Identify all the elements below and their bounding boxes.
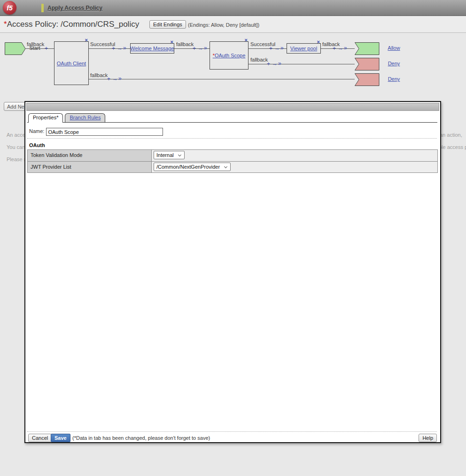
branch-label-fallback: fallback [27,41,44,47]
terminal-allow-shape [355,42,380,55]
name-input[interactable] [46,128,163,136]
connector-line [25,48,54,49]
table-row: JWT Provider List /Common/NextGenProvide… [28,161,437,172]
jwt-provider-list-label: JWT Provider List [28,162,151,172]
add-action-plus-icon[interactable]: + [333,45,336,52]
token-validation-mode-cell: Internal [151,150,437,161]
connector-line [249,64,355,64]
f5-logo-text: f5 [7,4,12,12]
dialog-tabs: Properties* Branch Rules [28,113,105,123]
branch-arrow-icon: →» [274,45,284,51]
terminal-allow[interactable]: Allow [355,42,380,55]
node-welcome-message[interactable]: × Welcome Message [130,43,174,54]
dialog-titlebar[interactable] [26,103,439,111]
oauth-scope-link[interactable]: *OAuth Scope [213,53,246,58]
help-button[interactable]: Help [419,434,437,442]
background-help-text: Please s [7,156,26,162]
add-action-plus-icon[interactable]: + [267,61,271,67]
page-title: *Access Policy: /Common/CRS_policy [4,20,139,29]
close-icon[interactable]: × [85,37,88,43]
section-separator [27,138,437,139]
background-help-text: ble access p [439,144,466,150]
add-action-plus-icon[interactable]: + [112,45,116,52]
name-row: Name: [29,128,163,136]
node-oauth-client[interactable]: × OAuth Client [54,41,89,85]
oauth-section-heading: OAuth [29,142,45,148]
edit-endings-button[interactable]: Edit Endings [149,20,186,29]
action-properties-dialog: Properties* Branch Rules Name: OAuth Tok… [24,101,441,443]
node-viewer-pool[interactable]: × Viewer pool [287,43,321,54]
name-label: Name: [29,128,44,134]
jwt-provider-list-select[interactable]: /Common/NextGenProvider [154,163,231,171]
table-row: Token Validation Mode Internal [28,150,437,161]
terminal-deny-shape [355,58,380,70]
add-action-plus-icon[interactable]: + [269,45,273,52]
viewer-pool-link[interactable]: Viewer pool [290,46,317,51]
branch-label-fallback: fallback [90,72,108,78]
accent-bar [41,4,44,12]
token-validation-mode-select[interactable]: Internal [154,151,185,159]
start-node-shape [5,42,26,55]
background-help-text: You can [7,144,25,150]
f5-logo-icon: f5 [3,1,16,15]
add-action-plus-icon[interactable]: + [107,76,111,82]
unsaved-changes-note: (*Data in tab has been changed, please d… [72,435,210,441]
background-help-text: an action, [440,132,462,138]
branch-arrow-icon: →» [198,45,208,51]
tab-branch-rules[interactable]: Branch Rules [65,113,105,122]
start-node: Start [5,42,26,55]
footer-separator [27,431,437,432]
oauth-client-link[interactable]: OAuth Client [57,61,86,66]
policy-header: *Access Policy: /Common/CRS_policy Edit … [0,16,466,33]
token-validation-mode-label: Token Validation Mode [28,150,151,161]
welcome-message-link[interactable]: Welcome Message [130,46,174,51]
properties-table: Token Validation Mode Internal JWT Provi… [27,149,438,173]
chevron-down-icon [224,164,227,168]
branch-label-fallback: fallback [176,41,194,47]
tab-properties[interactable]: Properties* [28,113,63,123]
terminal-deny-1[interactable]: Deny [355,58,380,70]
changed-asterisk: * [4,20,7,29]
terminal-deny-shape [355,73,380,86]
cancel-button[interactable]: Cancel [28,434,52,442]
endings-note: (Endings: Allow, Deny [default]) [188,22,259,28]
save-button[interactable]: Save [51,434,70,442]
add-action-plus-icon[interactable]: + [45,45,48,52]
branch-arrow-icon: →» [117,45,127,51]
deny-ending-link[interactable]: Deny [388,76,400,82]
branch-arrow-icon: →» [112,75,122,82]
add-action-plus-icon[interactable]: + [193,45,196,52]
branch-label-fallback: fallback [322,41,340,47]
jwt-provider-list-cell: /Common/NextGenProvider [151,162,437,172]
deny-ending-link[interactable]: Deny [388,61,400,66]
close-icon[interactable]: × [245,37,248,43]
close-icon[interactable]: × [171,39,173,45]
close-icon[interactable]: × [317,39,320,45]
node-oauth-scope[interactable]: × *OAuth Scope [210,41,249,70]
vpe-screen: f5 Apply Access Policy *Access Policy: /… [0,0,466,476]
allow-ending-link[interactable]: Allow [388,45,400,51]
background-help-text: An acce [7,132,25,138]
top-navigation-bar: f5 Apply Access Policy [0,0,466,16]
connector-line [89,79,355,79]
chevron-down-icon [178,153,181,156]
branch-label-fallback: fallback [250,57,268,62]
apply-access-policy-link[interactable]: Apply Access Policy [47,5,102,11]
terminal-deny-2[interactable]: Deny [355,73,380,86]
branch-arrow-icon: →» [338,45,348,51]
branch-arrow-icon: →» [272,60,282,67]
